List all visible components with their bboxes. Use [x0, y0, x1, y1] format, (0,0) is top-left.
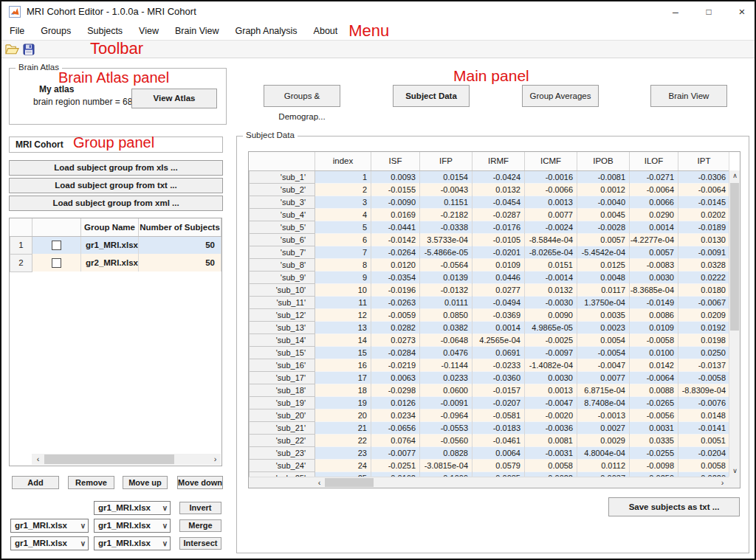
subject-data-cell[interactable]: 0.0012 [577, 183, 630, 196]
subject-data-cell[interactable]: 5 [315, 221, 371, 233]
merge-group2-select[interactable]: gr1_MRI.xlsx ∨ [94, 519, 171, 533]
subject-data-cell[interactable]: -0.0098 [630, 459, 678, 471]
open-folder-icon[interactable] [5, 43, 19, 56]
subject-data-cell[interactable]: 8 [315, 258, 371, 271]
intersect-group2-select[interactable]: gr1_MRI.xlsx ∨ [94, 536, 171, 550]
subject-data-cell[interactable]: 0.0058 [678, 459, 730, 471]
subject-data-cell[interactable]: -0.0369 [472, 308, 525, 321]
subject-data-cell[interactable]: 0.0057 [630, 246, 678, 258]
subject-data-cell[interactable]: 0.0600 [420, 384, 472, 396]
subject-data-cell[interactable]: -0.0142 [371, 233, 420, 246]
group-subject-count-cell[interactable]: 50 [139, 236, 221, 254]
group-table-hscrollbar[interactable] [32, 454, 221, 465]
subject-data-cell[interactable]: -0.0271 [630, 170, 678, 183]
load-group-txt-button[interactable]: Load subject group from txt ... [9, 178, 223, 193]
subject-data-cell[interactable]: -0.0031 [525, 446, 577, 459]
subject-data-cell[interactable]: -0.0076 [678, 396, 730, 409]
intersect-button[interactable]: Intersect [179, 537, 221, 550]
scroll-up-icon[interactable] [729, 171, 740, 181]
subject-data-cell[interactable]: -0.0058 [630, 333, 678, 346]
subject-data-cell[interactable]: -0.0059 [371, 308, 420, 321]
subject-data-cell[interactable]: -8.5844e-04 [525, 233, 577, 246]
subject-data-cell[interactable]: -0.0149 [630, 296, 678, 308]
subject-data-cell[interactable]: 0.0335 [630, 434, 678, 446]
subject-data-cell[interactable]: -0.0204 [678, 446, 730, 459]
subject-data-cell[interactable]: -0.0298 [371, 384, 420, 396]
subject-data-cell[interactable]: 0.0023 [577, 321, 630, 333]
subject-data-cell[interactable]: -0.0016 [525, 170, 577, 183]
subject-data-cell[interactable]: -0.0287 [472, 208, 525, 221]
subject-data-cell[interactable]: -0.0553 [420, 421, 472, 434]
subject-data-cell[interactable]: 0.0476 [420, 346, 472, 359]
scroll-left-icon[interactable] [315, 477, 324, 488]
subject-data-cell[interactable]: 4.8004e-04 [577, 446, 630, 459]
subject-data-cell[interactable]: -0.0454 [472, 196, 525, 208]
subject-data-cell[interactable]: -0.0058 [678, 371, 730, 384]
subject-data-cell[interactable]: 0.0850 [420, 308, 472, 321]
subject-hscroll-thumb[interactable] [325, 478, 374, 487]
subject-data-cell[interactable]: -0.0028 [577, 221, 630, 233]
group-checkbox-cell[interactable] [32, 236, 81, 254]
subject-data-cell[interactable]: -0.0155 [371, 183, 420, 196]
subject-data-cell[interactable]: -8.8309e-04 [678, 384, 730, 396]
subject-data-cell[interactable]: 3.5733e-04 [420, 233, 472, 246]
subject-data-cell[interactable]: -0.0105 [472, 233, 525, 246]
subject-data-cell[interactable]: 13 [315, 321, 371, 333]
subject-data-cell[interactable]: 1 [315, 170, 371, 183]
subject-data-cell[interactable]: -5.4866e-05 [420, 246, 472, 258]
subject-data-cell[interactable]: 16 [315, 359, 371, 371]
subject-data-cell[interactable]: -0.0157 [472, 384, 525, 396]
subject-data-cell[interactable]: -0.0564 [420, 258, 472, 271]
subject-data-cell[interactable]: -0.0067 [678, 296, 730, 308]
load-group-xml-button[interactable]: Load subject group from xml ... [9, 196, 223, 211]
subject-data-cell[interactable]: 0.0014 [472, 321, 525, 333]
subject-data-cell[interactable]: 0.0051 [678, 434, 730, 446]
move-down-button[interactable]: Move down [177, 476, 223, 489]
move-up-button[interactable]: Move up [123, 476, 168, 489]
subject-data-cell[interactable]: 0.0273 [371, 333, 420, 346]
subject-data-cell[interactable]: 0.0054 [577, 333, 630, 346]
subject-data-cell[interactable]: 19 [315, 396, 371, 409]
subject-data-cell[interactable]: 6 [315, 233, 371, 246]
subject-data-cell[interactable]: 9 [315, 271, 371, 283]
nav-button-group-averages[interactable]: Group Averages [522, 85, 599, 107]
subject-data-cell[interactable]: 0.0030 [630, 271, 678, 283]
intersect-group1-select[interactable]: gr1_MRI.xlsx ∨ [10, 536, 89, 550]
subject-data-cell[interactable]: -0.0054 [577, 346, 630, 359]
subject-data-cell[interactable]: -0.0137 [678, 359, 730, 371]
subject-data-cell[interactable]: 0.0077 [525, 208, 577, 221]
subject-data-cell[interactable]: -0.0091 [420, 396, 472, 409]
nav-button-brain-view[interactable]: Brain View [650, 85, 727, 107]
subject-data-cell[interactable]: -0.0196 [371, 283, 420, 296]
subject-data-cell[interactable]: 0.0764 [371, 434, 420, 446]
scroll-left-icon[interactable] [33, 454, 43, 465]
subject-data-cell[interactable]: 0.0328 [678, 258, 730, 271]
subject-data-cell[interactable]: 0.0142 [630, 359, 678, 371]
subject-data-cell[interactable]: 0.0057 [577, 233, 630, 246]
subject-data-cell[interactable]: -0.0354 [371, 271, 420, 283]
subject-data-cell[interactable]: 12 [315, 308, 371, 321]
subject-data-cell[interactable]: 0.0132 [472, 183, 525, 196]
subject-data-cell[interactable]: -0.0284 [371, 346, 420, 359]
subject-data-cell[interactable]: 0.0088 [630, 384, 678, 396]
group-checkbox[interactable] [52, 241, 61, 250]
subject-data-cell[interactable]: -8.3685e-04 [630, 283, 678, 296]
subject-data-cell[interactable]: -0.0064 [630, 371, 678, 384]
subject-data-cell[interactable]: -0.0964 [420, 409, 472, 421]
subject-data-cell[interactable]: 0.0120 [371, 258, 420, 271]
subject-data-cell[interactable]: 0.0027 [577, 421, 630, 434]
subject-data-cell[interactable]: -0.0030 [525, 296, 577, 308]
subject-data-cell[interactable]: -0.0043 [420, 183, 472, 196]
subject-data-cell[interactable]: 0.0151 [525, 258, 577, 271]
subject-data-cell[interactable]: -0.0141 [678, 421, 730, 434]
menu-item-subjects[interactable]: Subjects [79, 22, 131, 40]
subject-table-vscrollbar[interactable] [729, 152, 740, 477]
menu-item-about[interactable]: About [306, 22, 346, 40]
subject-data-cell[interactable]: -0.0090 [371, 196, 420, 208]
subject-data-cell[interactable]: 0.0139 [420, 271, 472, 283]
nav-button-groups-demograp[interactable]: Groups & Demograp... [264, 85, 340, 107]
group-hscroll-thumb[interactable] [44, 454, 174, 464]
subject-data-cell[interactable]: -0.0047 [525, 396, 577, 409]
subject-data-cell[interactable]: -0.0360 [472, 371, 525, 384]
subject-data-cell[interactable]: 23 [315, 446, 371, 459]
